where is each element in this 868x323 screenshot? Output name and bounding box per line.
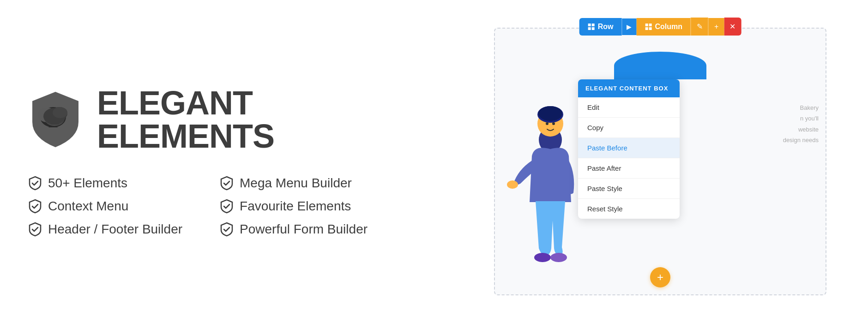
svg-point-21 [534, 253, 551, 262]
svg-rect-8 [588, 24, 591, 26]
svg-rect-14 [645, 27, 648, 30]
svg-point-20 [507, 180, 518, 189]
features-grid: 50+ Elements Mega Menu Builder Context M… [28, 176, 374, 237]
expand-icon [588, 23, 595, 30]
edit-icon: ✎ [697, 23, 703, 30]
feature-item-3: Context Menu [28, 199, 182, 214]
column-expand-icon [645, 23, 652, 30]
check-icon-4 [219, 199, 234, 214]
bg-text-right: Bakery n you'll website design needs [783, 102, 819, 146]
feature-label-4: Favourite Elements [240, 199, 351, 214]
context-menu-item-paste-before[interactable]: Paste Before [578, 138, 680, 158]
svg-point-19 [538, 106, 562, 121]
right-section: Row ▶ Column ✎ + ✕ [480, 14, 840, 309]
close-icon: ✕ [729, 23, 735, 30]
column-label: Column [655, 23, 682, 31]
add-section-icon: + [657, 271, 663, 284]
blue-curve-decoration [614, 52, 706, 79]
check-icon-5 [28, 222, 42, 237]
row-arrow-button[interactable]: ▶ [621, 18, 636, 35]
feature-label-2: Mega Menu Builder [240, 176, 352, 191]
add-section-button[interactable]: + [650, 267, 670, 287]
brand-title-line2: ELEMENTS [97, 120, 274, 153]
feature-item-5: Header / Footer Builder [28, 222, 182, 237]
svg-rect-13 [649, 24, 651, 26]
close-icon-button[interactable]: ✕ [724, 18, 741, 36]
add-icon-button[interactable]: + [708, 18, 724, 36]
context-menu-item-edit[interactable]: Edit [578, 97, 680, 118]
feature-item-4: Favourite Elements [219, 199, 374, 214]
context-menu-item-paste-style[interactable]: Paste Style [578, 179, 680, 199]
svg-rect-10 [588, 27, 591, 30]
plus-icon: + [714, 23, 718, 30]
feature-item-2: Mega Menu Builder [219, 176, 374, 191]
context-menu-item-reset-style[interactable]: Reset Style [578, 199, 680, 219]
logo-area: ELEGANT ELEMENTS [28, 86, 274, 153]
svg-rect-9 [592, 24, 595, 26]
feature-label-6: Powerful Form Builder [240, 222, 368, 237]
svg-rect-12 [645, 24, 648, 26]
svg-point-24 [552, 122, 555, 125]
svg-point-23 [546, 122, 549, 125]
svg-point-6 [53, 107, 67, 118]
feature-label-3: Context Menu [48, 199, 128, 214]
shield-logo [28, 90, 83, 150]
svg-rect-11 [592, 27, 595, 30]
left-section: ELEGANT ELEMENTS 50+ Elements Mega Menu … [28, 86, 480, 237]
context-menu-header: ELEGANT CONTENT BOX [578, 79, 680, 97]
feature-label-5: Header / Footer Builder [48, 222, 182, 237]
svg-point-22 [550, 253, 567, 262]
builder-frame: Row ▶ Column ✎ + ✕ [494, 28, 826, 295]
feature-label-1: 50+ Elements [48, 176, 127, 191]
row-button[interactable]: Row [579, 18, 622, 36]
feature-item-6: Powerful Form Builder [219, 222, 374, 237]
context-menu: ELEGANT CONTENT BOX Edit Copy Paste Befo… [578, 79, 680, 219]
feature-item-1: 50+ Elements [28, 176, 182, 191]
arrow-icon: ▶ [627, 23, 632, 30]
context-menu-item-paste-after[interactable]: Paste After [578, 158, 680, 179]
row-label: Row [598, 23, 614, 31]
edit-icon-button[interactable]: ✎ [691, 18, 708, 36]
brand-text: ELEGANT ELEMENTS [97, 86, 274, 153]
column-button[interactable]: Column [636, 18, 691, 36]
check-icon-1 [28, 176, 42, 191]
toolbar: Row ▶ Column ✎ + ✕ [579, 18, 741, 36]
brand-title-line1: ELEGANT [97, 86, 274, 120]
check-icon-6 [219, 222, 234, 237]
context-menu-item-copy[interactable]: Copy [578, 118, 680, 138]
check-icon-2 [219, 176, 234, 191]
svg-rect-15 [649, 27, 651, 30]
check-icon-3 [28, 199, 42, 214]
